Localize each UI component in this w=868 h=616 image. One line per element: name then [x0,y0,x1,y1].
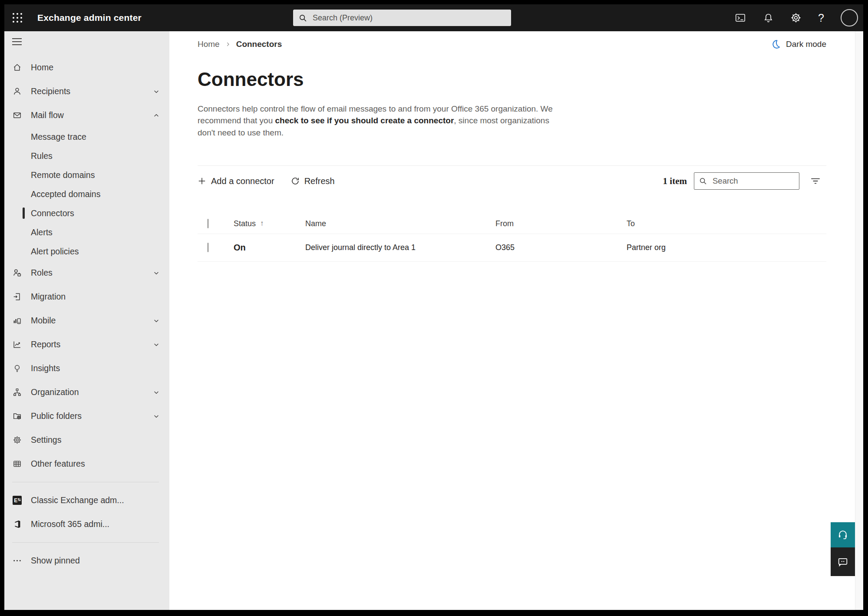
sidebar-item-settings[interactable]: Settings [4,428,169,452]
sidebar-subitem-message-trace[interactable]: Message trace [4,127,169,146]
sidebar-subitem-label: Accepted domains [31,189,100,199]
sidebar-subitem-label: Connectors [31,208,74,218]
filter-icon[interactable] [810,176,821,186]
selected-indicator [23,208,25,219]
sidebar-subitem-label: Remote domains [31,170,95,180]
sidebar-item-label: Public folders [31,411,82,421]
support-button[interactable] [831,522,855,547]
settings-gear-icon[interactable] [790,12,802,23]
list-search-box[interactable] [694,172,799,190]
sidebar-subitem-rules[interactable]: Rules [4,146,169,165]
sidebar-item-label: Show pinned [31,556,80,566]
chevron-down-icon [153,270,160,277]
page-description: Connectors help control the flow of emai… [198,103,564,139]
add-connector-button[interactable]: Add a connector [198,176,274,186]
sidebar-subitem-connectors-selected[interactable]: Connectors [4,204,169,223]
column-header-name[interactable]: Name [305,219,495,228]
notifications-bell-icon[interactable] [763,13,774,23]
sidebar-item-label: Roles [31,268,53,278]
column-header-to[interactable]: To [627,219,826,228]
powershell-terminal-icon[interactable] [734,13,746,23]
chevron-down-icon [153,341,160,348]
ellipsis-icon [12,556,22,565]
search-icon [699,177,707,185]
sidebar-item-label: Organization [31,387,79,397]
sidebar-item-mobile[interactable]: Mobile [4,309,169,333]
sidebar-item-label: Recipients [31,86,70,96]
sidebar-item-label: Other features [31,459,85,469]
sidebar-subitem-accepted-domains[interactable]: Accepted domains [4,184,169,204]
table-header-row: Status ↑ Name From To [198,214,826,234]
breadcrumb-current: Connectors [236,40,282,49]
sidebar-item-show-pinned[interactable]: Show pinned [4,549,169,573]
chevron-down-icon [153,317,160,324]
sidebar: Home Recipients Mail flow [4,31,169,610]
table-row[interactable]: On Deliver journal directly to Area 1 O3… [198,234,826,262]
row-name[interactable]: Deliver journal directly to Area 1 [305,243,495,252]
breadcrumb-chevron-icon [225,41,231,47]
sidebar-item-label: Home [31,63,53,72]
sidebar-item-recipients[interactable]: Recipients [4,79,169,103]
hamburger-menu-button[interactable] [10,33,28,50]
sidebar-item-public-folders[interactable]: Public folders [4,404,169,428]
create-connector-link[interactable]: check to see if you should create a conn… [275,116,454,125]
home-icon [12,63,22,72]
mail-icon [12,111,22,120]
sidebar-item-label: Migration [31,292,66,302]
sidebar-item-organization[interactable]: Organization [4,380,169,404]
sidebar-subitem-label: Alert policies [31,247,79,257]
column-header-status[interactable]: Status [234,219,256,228]
mobile-device-icon [12,316,22,325]
search-icon [298,13,307,23]
sidebar-subitem-alert-policies[interactable]: Alert policies [4,242,169,261]
row-from: O365 [495,243,627,252]
global-search-box[interactable] [293,10,511,26]
list-search-input[interactable] [712,176,795,186]
migration-document-icon [12,292,22,301]
sidebar-item-label: Insights [31,363,60,373]
app-launcher-button[interactable] [7,7,28,28]
sidebar-item-label: Settings [31,435,61,445]
sidebar-subitem-alerts[interactable]: Alerts [4,223,169,242]
sidebar-item-roles[interactable]: Roles [4,261,169,285]
refresh-button[interactable]: Refresh [291,176,335,186]
chevron-down-icon [153,413,160,420]
org-chart-icon [12,388,22,397]
sidebar-item-insights[interactable]: Insights [4,356,169,380]
feedback-button[interactable] [831,547,855,576]
sidebar-item-home[interactable]: Home [4,56,169,79]
page-title: Connectors [198,69,826,90]
headset-icon [837,529,848,540]
chevron-down-icon [153,389,160,396]
account-avatar[interactable] [841,9,858,26]
dark-mode-toggle[interactable]: Dark mode [771,39,826,49]
reports-chart-icon [12,340,22,349]
sidebar-item-label: Mail flow [31,110,64,120]
row-status: On [234,243,305,253]
person-icon [12,87,22,96]
sidebar-item-migration[interactable]: Migration [4,285,169,309]
help-icon[interactable]: ? [818,12,824,24]
breadcrumb: Home Connectors [198,40,282,49]
sidebar-item-mail-flow[interactable]: Mail flow [4,103,169,127]
select-all-checkbox[interactable] [208,219,208,228]
sidebar-divider [12,482,159,482]
breadcrumb-home-link[interactable]: Home [198,40,220,49]
sidebar-item-microsoft-365-admin[interactable]: Microsoft 365 admi... [4,512,169,536]
main-panel: Home Connectors Dark mode Connectors Con… [169,31,855,610]
sidebar-item-label: Mobile [31,316,56,326]
sidebar-divider [12,542,159,543]
sidebar-item-reports[interactable]: Reports [4,333,169,356]
row-checkbox[interactable] [208,243,208,252]
global-search-input[interactable] [312,13,506,23]
sidebar-subitem-remote-domains[interactable]: Remote domains [4,165,169,184]
sidebar-subitem-label: Rules [31,151,53,161]
column-header-from[interactable]: From [495,219,627,228]
scrollbar-track[interactable] [855,31,863,610]
avatar-circle-icon [841,9,858,26]
sidebar-item-other-features[interactable]: Other features [4,452,169,476]
sidebar-item-classic-exchange[interactable]: E Classic Exchange adm... [4,488,169,512]
dark-mode-label: Dark mode [786,40,826,49]
sort-ascending-icon[interactable]: ↑ [260,219,264,228]
sidebar-item-label: Classic Exchange adm... [31,495,124,505]
